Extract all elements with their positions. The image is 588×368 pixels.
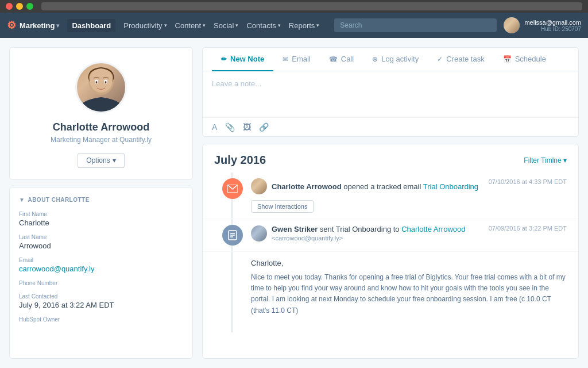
about-caret-icon: ▼ — [19, 197, 25, 203]
nav-productivity[interactable]: Productivity ▾ — [123, 21, 167, 30]
tab-log-activity[interactable]: ⊕ Log activity — [363, 48, 428, 71]
avatar-svg — [78, 63, 124, 112]
title-bar — [0, 0, 588, 13]
note-textarea[interactable]: Leave a note... — [203, 71, 578, 117]
search-input[interactable] — [334, 18, 497, 32]
user-menu[interactable]: melissa@gmail.com Hub ID: 250707 — [504, 17, 581, 33]
field-phone: Phone Number — [19, 280, 183, 286]
link-icon[interactable]: 🔗 — [259, 122, 269, 132]
minimize-dot[interactable] — [16, 3, 23, 10]
timeline-item-content: Charlotte Arrowood opened a tracked emai… — [251, 178, 567, 213]
attachment-icon[interactable]: 📎 — [225, 122, 235, 132]
note-card: ✏ New Note ✉ Email ☎ Call ⊕ Log activity… — [202, 47, 579, 137]
nav-dashboard[interactable]: Dashboard — [67, 19, 115, 32]
show-interactions-row: Show Interactions — [251, 197, 567, 213]
event-time-2: 07/09/2016 at 3:22 PM EDT — [489, 225, 567, 232]
profile-avatar — [75, 62, 127, 113]
profile-title: Marketing Manager at Quantify.ly — [51, 136, 152, 144]
nav-brand[interactable]: Marketing ▾ — [20, 21, 59, 30]
text-format-icon[interactable]: A — [212, 122, 217, 132]
image-icon[interactable]: 🖼 — [243, 122, 251, 132]
call-icon: ☎ — [329, 55, 338, 63]
tab-new-note[interactable]: ✏ New Note — [212, 48, 273, 71]
new-note-label: New Note — [230, 55, 264, 63]
reports-caret: ▾ — [316, 22, 319, 28]
email-greeting: Charlotte, — [251, 259, 567, 267]
about-title-text: ABOUT CHARLOTTE — [28, 197, 90, 203]
first-name-value: Charlotte — [19, 218, 183, 227]
log-label: Log activity — [381, 55, 419, 63]
last-contacted-label: Last Contacted — [19, 293, 183, 300]
email-value[interactable]: carrowood@quantify.ly — [19, 264, 183, 273]
left-panel: Charlotte Arrowood Marketing Manager at … — [9, 47, 193, 359]
user-email: melissa@gmail.com — [524, 19, 581, 26]
maximize-dot[interactable] — [26, 3, 33, 10]
event-time: 07/10/2016 at 4:33 PM EDT — [489, 178, 567, 185]
close-dot[interactable] — [6, 3, 13, 10]
field-first-name: First Name Charlotte — [19, 211, 183, 227]
note-tabs: ✏ New Note ✉ Email ☎ Call ⊕ Log activity… — [203, 48, 578, 71]
email-body: Nice to meet you today. Thanks for openi… — [251, 272, 567, 316]
doc-svg-icon — [228, 230, 237, 240]
email-tab-label: Email — [292, 55, 311, 63]
actor-name: Charlotte Arrowood — [272, 182, 342, 191]
email-link[interactable]: Trial Onboarding — [423, 182, 478, 191]
options-caret: ▾ — [113, 156, 116, 164]
gwen-avatar — [251, 225, 267, 241]
nav-social[interactable]: Social ▾ — [214, 21, 238, 30]
email-preview: Charlotte, Nice to meet you today. Thank… — [203, 252, 578, 323]
call-label: Call — [341, 55, 354, 63]
field-hubspot-owner: HubSpot Owner — [19, 316, 183, 323]
action-text: sent Trial Onboarding to — [320, 225, 401, 233]
action-text: opened a tracked email — [343, 182, 423, 191]
new-note-icon: ✏ — [221, 55, 227, 63]
avatar-image — [504, 17, 520, 33]
timeline-text: Gwen Striker sent Trial Onboarding to Ch… — [272, 225, 465, 242]
options-button[interactable]: Options ▾ — [78, 153, 124, 168]
field-last-name: Last Name Arrowood — [19, 234, 183, 250]
hubspot-owner-label: HubSpot Owner — [19, 316, 183, 323]
tab-call[interactable]: ☎ Call — [320, 48, 363, 71]
timeline-row: Gwen Striker sent Trial Onboarding to Ch… — [251, 225, 567, 242]
avatar — [504, 17, 520, 33]
timeline-actor-row: Charlotte Arrowood opened a tracked emai… — [251, 178, 478, 194]
nav-reports[interactable]: Reports ▾ — [289, 21, 320, 30]
hubspot-logo: ⚙ — [7, 19, 16, 32]
profile-name: Charlotte Arrowood — [53, 121, 149, 133]
url-bar — [41, 2, 582, 10]
log-icon: ⊕ — [372, 55, 378, 63]
timeline-row: Charlotte Arrowood opened a tracked emai… — [251, 178, 567, 194]
phone-label: Phone Number — [19, 280, 183, 286]
last-name-value: Arrowood — [19, 241, 183, 250]
main-content: Charlotte Arrowood Marketing Manager at … — [0, 38, 588, 368]
navbar: ⚙ Marketing ▾ Dashboard Productivity ▾ C… — [0, 13, 588, 38]
field-email: Email carrowood@quantify.ly — [19, 257, 183, 273]
timeline-item: Gwen Striker sent Trial Onboarding to Ch… — [203, 219, 578, 252]
show-interactions-button[interactable]: Show Interactions — [251, 200, 314, 213]
tab-create-task[interactable]: ✓ Create task — [428, 48, 493, 71]
note-toolbar: A 📎 🖼 🔗 — [203, 117, 578, 136]
nav-contacts[interactable]: Contacts ▾ — [246, 21, 280, 30]
charlotte-avatar — [251, 178, 267, 194]
recipient-link[interactable]: Charlotte Arrowood — [401, 225, 465, 233]
schedule-label: Schedule — [515, 55, 546, 63]
tab-email[interactable]: ✉ Email — [273, 48, 320, 71]
timeline-items: Charlotte Arrowood opened a tracked emai… — [203, 172, 578, 332]
contacts-caret: ▾ — [278, 22, 281, 28]
profile-card: Charlotte Arrowood Marketing Manager at … — [9, 47, 193, 180]
svg-point-4 — [96, 81, 98, 83]
timeline-filter-button[interactable]: Filter Timlne ▾ — [524, 156, 567, 164]
about-card: ▼ ABOUT CHARLOTTE First Name Charlotte L… — [9, 187, 193, 359]
nav-content[interactable]: Content ▾ — [175, 21, 206, 30]
brand-label: Marketing — [20, 21, 55, 30]
hub-id: Hub ID: 250707 — [524, 26, 581, 32]
productivity-caret: ▾ — [164, 22, 167, 28]
timeline-text: Charlotte Arrowood opened a tracked emai… — [272, 182, 478, 191]
about-title: ▼ ABOUT CHARLOTTE — [19, 197, 183, 203]
right-panel: ✏ New Note ✉ Email ☎ Call ⊕ Log activity… — [202, 47, 579, 359]
brand-caret: ▾ — [56, 22, 59, 29]
email-event-icon — [222, 178, 243, 199]
task-icon: ✓ — [437, 55, 443, 63]
tab-schedule[interactable]: 📅 Schedule — [494, 48, 555, 71]
actor-name: Gwen Striker — [272, 225, 318, 233]
